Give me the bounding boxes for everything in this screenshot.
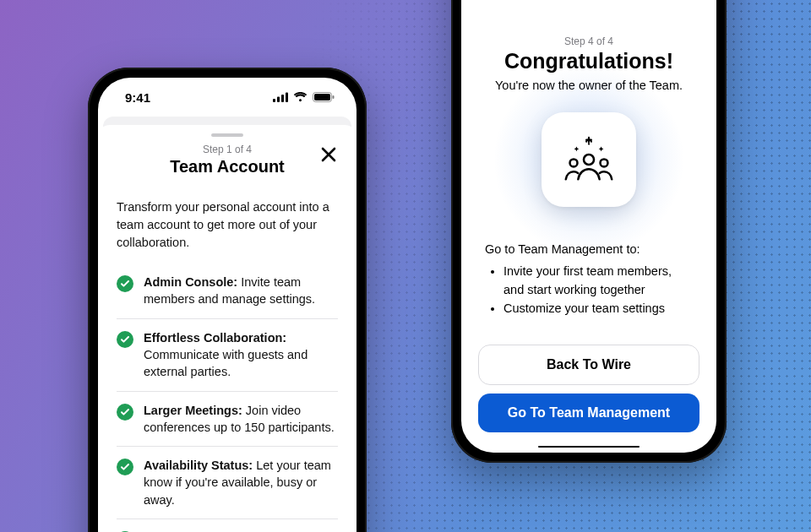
feature-text: Availability Status: Let your team know … bbox=[144, 457, 338, 508]
feature-text: Effortless Collaboration: Communicate wi… bbox=[144, 329, 338, 381]
check-circle-icon bbox=[117, 459, 133, 475]
close-icon[interactable] bbox=[318, 144, 340, 169]
list-item: Invite your first team members, and star… bbox=[503, 263, 693, 300]
svg-rect-3 bbox=[286, 93, 288, 103]
phone-frame-step1: 9:41 Step 1 of 4 Team Account bbox=[88, 68, 367, 532]
list-item: Customize your team settings bbox=[503, 300, 693, 318]
step-indicator: Step 1 of 4 bbox=[117, 144, 338, 155]
feature-text: Larger Meetings: Join video conferences … bbox=[144, 402, 338, 437]
svg-point-9 bbox=[601, 159, 608, 166]
team-account-sheet: Step 1 of 4 Team Account Transform your … bbox=[98, 125, 357, 532]
phone-screen-step1: 9:41 Step 1 of 4 Team Account bbox=[98, 78, 357, 532]
check-circle-icon bbox=[117, 275, 133, 292]
sheet-title: Team Account bbox=[117, 157, 338, 176]
team-icon-tile bbox=[542, 112, 636, 207]
sheet-grabber[interactable] bbox=[211, 133, 243, 137]
team-illustration bbox=[542, 112, 636, 207]
phone-frame-step4: Step 4 of 4 Congratulations! You're now … bbox=[451, 0, 727, 463]
svg-point-8 bbox=[570, 159, 578, 166]
svg-rect-1 bbox=[277, 97, 280, 103]
home-indicator[interactable] bbox=[538, 446, 640, 448]
status-time: 9:41 bbox=[125, 90, 150, 105]
go-to-team-management-button[interactable]: Go To Team Management bbox=[478, 394, 699, 432]
sheet-header: Step 1 of 4 Team Account bbox=[117, 144, 338, 176]
action-buttons: Back To Wire Go To Team Management bbox=[461, 319, 716, 446]
status-bar: 9:41 bbox=[98, 78, 357, 117]
feature-row: Larger Meetings: Join video conferences … bbox=[117, 392, 338, 448]
svg-rect-6 bbox=[333, 95, 335, 99]
svg-rect-2 bbox=[281, 95, 284, 102]
check-circle-icon bbox=[117, 331, 133, 348]
feature-row: Availability Status: Let your team know … bbox=[117, 447, 338, 519]
back-to-wire-button[interactable]: Back To Wire bbox=[478, 345, 699, 385]
feature-row: Effortless Collaboration: Communicate wi… bbox=[117, 319, 338, 392]
wifi-icon bbox=[293, 92, 308, 102]
svg-rect-0 bbox=[273, 99, 275, 102]
step-indicator: Step 4 of 4 bbox=[461, 35, 716, 47]
svg-point-7 bbox=[584, 155, 594, 165]
status-indicators bbox=[273, 92, 335, 102]
management-list: Invite your first team members, and star… bbox=[503, 263, 693, 318]
feature-text: Admin Console: Invite team members and m… bbox=[144, 274, 338, 308]
feature-row: Admin Console: Invite team members and m… bbox=[117, 263, 338, 319]
intro-text: Transform your personal account into a t… bbox=[117, 198, 338, 252]
team-sparkle-icon bbox=[559, 130, 618, 189]
phone-screen-step4: Step 4 of 4 Congratulations! You're now … bbox=[461, 0, 716, 453]
cellular-signal-icon bbox=[273, 92, 288, 102]
battery-icon bbox=[313, 92, 335, 102]
feature-row: Upgrade to Enterprise: Get additional fe… bbox=[117, 519, 338, 532]
congrats-header: Step 4 of 4 Congratulations! You're now … bbox=[461, 0, 716, 207]
check-circle-icon bbox=[117, 404, 133, 421]
svg-rect-5 bbox=[314, 94, 330, 100]
